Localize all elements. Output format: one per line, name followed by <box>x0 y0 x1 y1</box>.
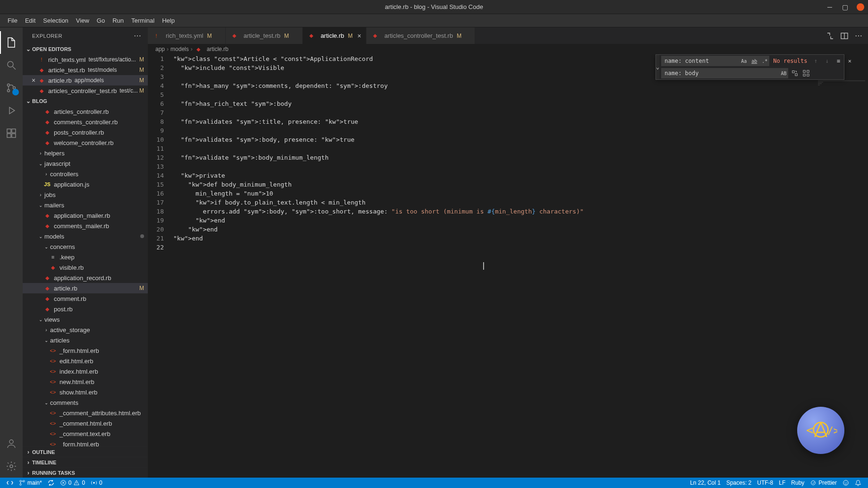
status-problems[interactable]: 0 0 <box>57 479 88 486</box>
tree-file[interactable]: ◆posts_controller.rb <box>23 127 148 137</box>
tree-file[interactable]: <>index.html.erb <box>23 366 148 377</box>
tree-folder[interactable]: ›controllers <box>23 169 148 179</box>
tree-file[interactable]: <>_comment.html.erb <box>23 418 148 428</box>
menu-run[interactable]: Run <box>109 14 128 27</box>
tree-file[interactable]: ◆visible.rb <box>23 262 148 273</box>
status-ports[interactable]: 0 <box>88 479 105 486</box>
menu-go[interactable]: Go <box>93 14 109 27</box>
tree-file[interactable]: <>show.html.erb <box>23 387 148 397</box>
tree-folder[interactable]: ⌄articles <box>23 335 148 345</box>
tree-file[interactable]: ◆comments_controller.rb <box>23 117 148 127</box>
outline-header[interactable]: › OUTLINE <box>23 446 148 457</box>
status-feedback[interactable] <box>840 479 852 486</box>
tree-file[interactable]: <>edit.html.erb <box>23 356 148 366</box>
activity-debug[interactable] <box>0 99 23 122</box>
status-remote[interactable] <box>4 479 16 486</box>
split-editor-icon[interactable] <box>841 32 848 40</box>
close-icon[interactable]: × <box>30 77 37 84</box>
editor-tab[interactable]: ◆article.rbM× <box>303 27 366 44</box>
tree-file[interactable]: <>_comment_attributes.html.erb <box>23 408 148 418</box>
status-formatter[interactable]: Prettier <box>807 479 840 486</box>
tree-folder[interactable]: ⌄javascript <box>23 158 148 169</box>
tree-folder[interactable]: ›jobs <box>23 189 148 200</box>
status-indent[interactable]: Spaces: 2 <box>723 479 754 486</box>
tree-folder[interactable]: ›active_storage <box>23 325 148 335</box>
status-bell[interactable] <box>852 479 864 486</box>
compare-changes-icon[interactable] <box>826 32 834 40</box>
tree-file[interactable]: <>new.html.erb <box>23 377 148 387</box>
breadcrumbs[interactable]: app › models › ◆ article.rb <box>148 44 868 54</box>
regex-icon[interactable]: .* <box>760 56 769 66</box>
tree-file[interactable]: ≡.keep <box>23 252 148 262</box>
tree-file[interactable]: JSapplication.js <box>23 179 148 189</box>
menu-selection[interactable]: Selection <box>39 14 72 27</box>
match-word-icon[interactable]: ab <box>749 56 759 66</box>
code-content[interactable]: "kw">class "const">Article < "const">App… <box>171 54 868 478</box>
find-next-icon[interactable]: ↓ <box>822 56 832 66</box>
find-close-icon[interactable]: ✕ <box>845 56 854 66</box>
replace-one-icon[interactable] <box>790 68 800 78</box>
file-tree[interactable]: ◆articles_controller.rb◆comments_control… <box>23 106 148 446</box>
replace-input[interactable] <box>661 68 788 78</box>
tree-file[interactable]: ◆comment.rb <box>23 293 148 304</box>
match-case-icon[interactable]: Aa <box>739 56 749 66</box>
activity-extensions[interactable] <box>0 122 23 145</box>
tree-file[interactable]: <>_comment.text.erb <box>23 428 148 439</box>
activity-settings[interactable] <box>0 455 23 478</box>
breadcrumb-item[interactable]: models <box>170 46 189 52</box>
status-cursor-pos[interactable]: Ln 22, Col 1 <box>687 479 723 486</box>
minimize-button[interactable]: ─ <box>826 4 833 10</box>
breadcrumb-item[interactable]: article.rb <box>207 46 229 52</box>
status-eol[interactable]: LF <box>776 479 788 486</box>
replace-all-icon[interactable] <box>801 68 811 78</box>
status-encoding[interactable]: UTF-8 <box>754 479 776 486</box>
status-language[interactable]: Ruby <box>788 479 807 486</box>
activity-scm[interactable] <box>0 77 23 99</box>
sidebar-more-icon[interactable]: ⋯ <box>134 31 142 40</box>
close-button[interactable] <box>857 3 864 11</box>
tree-folder[interactable]: ⌄views <box>23 314 148 325</box>
menu-view[interactable]: View <box>72 14 93 27</box>
status-branch[interactable]: main* <box>16 479 45 486</box>
editor-tab[interactable]: ◆article_test.rbM× <box>226 27 303 44</box>
preserve-case-icon[interactable]: AB <box>779 68 788 78</box>
find-toggle-replace[interactable]: ⌄ <box>656 55 659 79</box>
tree-file[interactable]: ◆articles_controller.rb <box>23 106 148 117</box>
activity-search[interactable] <box>0 54 23 77</box>
open-editor-item[interactable]: ×◆article.rbapp/modelsM <box>23 75 148 86</box>
tree-folder[interactable]: ⌄comments <box>23 397 148 408</box>
find-prev-icon[interactable]: ↑ <box>811 56 820 66</box>
floating-logo[interactable]: < /> <box>797 407 844 454</box>
more-actions-icon[interactable]: ⋯ <box>855 31 863 40</box>
open-editor-item[interactable]: !rich_texts.ymltest/fixtures/actio...M <box>23 54 148 65</box>
menu-edit[interactable]: Edit <box>21 14 39 27</box>
menu-help[interactable]: Help <box>158 14 179 27</box>
editor-tab[interactable]: !rich_texts.ymlM× <box>148 27 226 44</box>
tree-file[interactable]: ◆application_mailer.rb <box>23 210 148 221</box>
open-editor-item[interactable]: ◆articles_controller_test.rbtest/c...M <box>23 86 148 96</box>
activity-accounts[interactable] <box>0 432 23 455</box>
tree-folder[interactable]: ⌄mailers <box>23 200 148 210</box>
tree-folder[interactable]: ⌄concerns <box>23 241 148 252</box>
tree-folder[interactable]: ›helpers <box>23 148 148 158</box>
code-editor[interactable]: 12345678910111213141516171819202122 "kw"… <box>148 54 868 478</box>
tree-file[interactable]: <>_form.html.erb <box>23 345 148 356</box>
tree-file[interactable]: <>_form.html.erb <box>23 439 148 446</box>
status-sync[interactable] <box>45 479 57 486</box>
tree-file[interactable]: ◆application_record.rb <box>23 273 148 283</box>
tree-file[interactable]: ◆article.rbM <box>23 283 148 293</box>
find-in-selection-icon[interactable]: ≡ <box>834 56 843 66</box>
project-header[interactable]: ⌄ BLOG <box>23 96 148 106</box>
editor-tab[interactable]: ◆articles_controller_test.rbM× <box>366 27 475 44</box>
breadcrumb-item[interactable]: app <box>155 46 165 52</box>
tree-file[interactable]: ◆post.rb <box>23 304 148 314</box>
open-editor-item[interactable]: ◆article_test.rbtest/modelsM <box>23 65 148 75</box>
running-tasks-header[interactable]: › RUNNING TASKS <box>23 467 148 478</box>
activity-explorer[interactable] <box>0 31 23 54</box>
tree-file[interactable]: ◆welcome_controller.rb <box>23 137 148 148</box>
timeline-header[interactable]: › TIMELINE <box>23 457 148 467</box>
maximize-button[interactable]: ▢ <box>842 4 848 10</box>
open-editors-header[interactable]: ⌄ OPEN EDITORS <box>23 44 148 54</box>
close-icon[interactable]: × <box>357 32 361 40</box>
menu-file[interactable]: File <box>4 14 21 27</box>
